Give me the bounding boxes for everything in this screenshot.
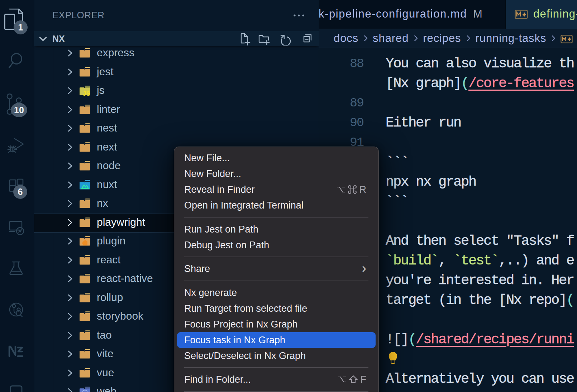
svg-text:JS: JS [83, 90, 90, 96]
